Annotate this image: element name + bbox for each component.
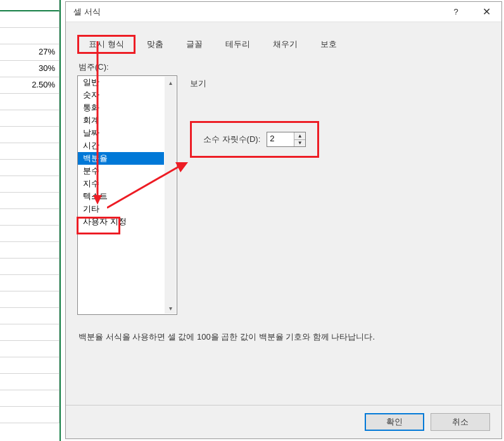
category-item-custom[interactable]: 사용자 지정	[78, 215, 164, 228]
tab-border[interactable]: 테두리	[214, 35, 261, 54]
cell[interactable]	[0, 176, 60, 193]
list-scrollbar[interactable]: ▴ ▾	[165, 77, 176, 314]
category-listbox[interactable]: 일반 숫자 통화 회계 날짜 시간 백분율 분수 지수 텍스트 기타 사용자 지…	[77, 75, 177, 315]
dialog-body: 범주(C): 일반 숫자 통화 회계 날짜 시간 백분율 분수 지수 텍스트 기…	[66, 54, 501, 343]
right-panel: 보기 소수 자릿수(D): 2 ▲ ▼	[190, 75, 490, 315]
cell[interactable]	[0, 374, 60, 390]
cell[interactable]	[0, 110, 60, 127]
help-button[interactable]: ?	[441, 2, 471, 22]
category-label: 범주(C):	[79, 61, 490, 73]
format-cells-dialog: 셀 서식 ? ✕ 표시 형식 맞춤 글꼴 테두리 채우기 보호 범주(C): 일…	[65, 1, 502, 439]
category-item-special[interactable]: 기타	[78, 203, 164, 215]
help-icon: ?	[453, 7, 458, 16]
cell[interactable]: 30%	[0, 61, 60, 77]
tab-number-format[interactable]: 표시 형식	[77, 35, 135, 54]
spreadsheet-column: 27% 30% 2.50%	[0, 0, 61, 441]
decimal-input[interactable]: 2	[267, 132, 294, 146]
cell[interactable]	[0, 324, 60, 341]
category-item-fraction[interactable]: 분수	[78, 165, 164, 177]
button-bar: 확인 취소	[365, 413, 490, 431]
cell[interactable]	[0, 242, 60, 259]
decimal-spinner: 2 ▲ ▼	[267, 132, 306, 147]
cell[interactable]	[0, 193, 60, 209]
cell[interactable]	[0, 160, 60, 176]
cancel-button[interactable]: 취소	[431, 413, 490, 431]
cell[interactable]	[0, 226, 60, 242]
dialog-title: 셀 서식	[73, 6, 441, 18]
cell[interactable]	[0, 308, 60, 324]
category-item-time[interactable]: 시간	[78, 139, 164, 152]
decimal-group-highlight: 소수 자릿수(D): 2 ▲ ▼	[190, 121, 319, 158]
tab-fill[interactable]: 채우기	[261, 35, 309, 54]
button-separator	[66, 405, 501, 406]
list-inner: 일반 숫자 통화 회계 날짜 시간 백분율 분수 지수 텍스트 기타 사용자 지…	[78, 76, 164, 314]
cell[interactable]	[0, 259, 60, 275]
cell[interactable]	[0, 94, 60, 110]
cell[interactable]	[0, 143, 60, 160]
decimal-label: 소수 자릿수(D):	[203, 134, 260, 145]
category-item-date[interactable]: 날짜	[78, 127, 164, 139]
cell[interactable]: 2.50%	[0, 77, 60, 94]
tab-row: 표시 형식 맞춤 글꼴 테두리 채우기 보호	[66, 22, 501, 54]
category-item-scientific[interactable]: 지수	[78, 177, 164, 190]
cell[interactable]	[0, 127, 60, 143]
close-icon: ✕	[482, 6, 491, 18]
tab-font[interactable]: 글꼴	[175, 35, 214, 54]
scroll-up-icon[interactable]: ▴	[165, 77, 176, 88]
spinner-up-button[interactable]: ▲	[294, 132, 305, 140]
cell[interactable]	[0, 390, 60, 407]
category-item-text[interactable]: 텍스트	[78, 190, 164, 203]
close-button[interactable]: ✕	[471, 2, 501, 22]
category-item-general[interactable]: 일반	[78, 76, 164, 89]
cell[interactable]	[0, 357, 60, 374]
title-bar: 셀 서식 ? ✕	[66, 2, 501, 22]
cell[interactable]	[0, 209, 60, 226]
category-item-number[interactable]: 숫자	[78, 89, 164, 101]
category-item-accounting[interactable]: 회계	[78, 114, 164, 127]
spinner-down-button[interactable]: ▼	[294, 140, 305, 147]
tab-protection[interactable]: 보호	[309, 35, 348, 54]
cell[interactable]	[0, 341, 60, 357]
cell[interactable]	[0, 11, 60, 28]
cell[interactable]	[0, 407, 60, 423]
format-description: 백분율 서식을 사용하면 셀 값에 100을 곱한 값이 백분율 기호와 함께 …	[79, 331, 490, 343]
cell[interactable]	[0, 275, 60, 291]
cell[interactable]	[0, 291, 60, 308]
cell[interactable]: 27%	[0, 44, 60, 61]
main-row: 일반 숫자 통화 회계 날짜 시간 백분율 분수 지수 텍스트 기타 사용자 지…	[77, 75, 490, 315]
ok-button[interactable]: 확인	[365, 413, 424, 431]
cell[interactable]	[0, 28, 60, 44]
preview-label: 보기	[190, 78, 490, 89]
cell-header[interactable]	[0, 0, 60, 11]
category-item-currency[interactable]: 통화	[78, 101, 164, 114]
scroll-down-icon[interactable]: ▾	[165, 302, 176, 314]
tab-alignment[interactable]: 맞춤	[135, 35, 175, 54]
category-item-percentage[interactable]: 백분율	[78, 152, 164, 165]
spinner-buttons: ▲ ▼	[294, 132, 305, 146]
